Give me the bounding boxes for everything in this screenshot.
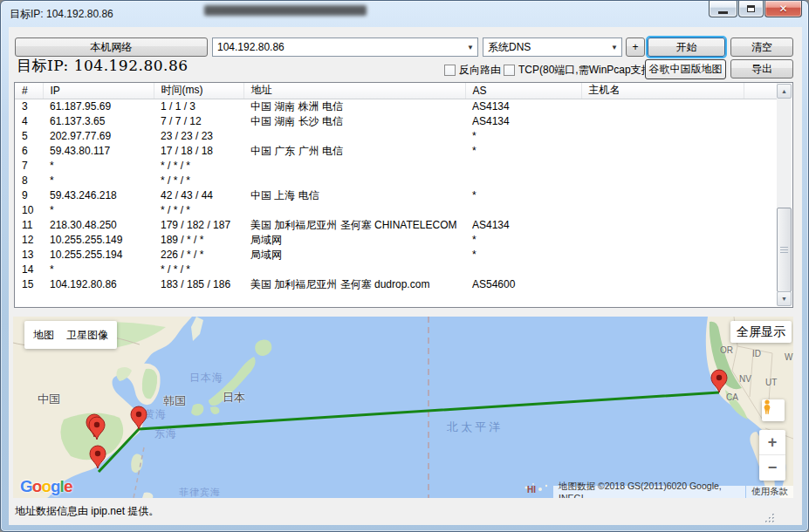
- map-type-satellite-button[interactable]: 卫星图像: [66, 328, 108, 343]
- status-text: 地址数据信息由 ipip.net 提供。: [15, 504, 159, 519]
- map-attribution: 地图数据 ©2018 GS(2011)6020 Google, INEGI: [553, 486, 745, 498]
- target-ip-combobox[interactable]: 104.192.80.86 ▼: [212, 38, 478, 57]
- col-addr[interactable]: 地址: [243, 83, 465, 99]
- target-ip-heading: 目标IP: 104.192.80.86: [17, 56, 189, 76]
- reverse-route-label: 反向路由: [459, 63, 501, 78]
- restore-button[interactable]: [738, 1, 764, 17]
- scroll-up-icon[interactable]: ▲: [777, 84, 792, 99]
- reverse-route-checkbox[interactable]: 反向路由: [444, 62, 501, 78]
- table-row[interactable]: 1210.255.255.149189 / * / *局域网*: [15, 233, 778, 248]
- table-row[interactable]: 5202.97.77.6923 / 23 / 23*: [15, 129, 778, 144]
- route-polyline: [99, 392, 719, 472]
- scroll-down-icon[interactable]: ▼: [777, 291, 792, 306]
- map-type-control: 地图 卫星图像: [24, 321, 117, 349]
- zoom-out-button[interactable]: −: [759, 455, 785, 481]
- client-area: 本机网络 104.192.80.86 ▼ 系统DNS ▼ + 开始 清空 目标I…: [9, 27, 802, 525]
- hop-table-body: 361.187.95.691 / 1 / 3中国 湖南 株洲 电信AS4134 …: [15, 99, 778, 292]
- map-route-layer: [13, 317, 793, 498]
- resize-grip-icon[interactable]: [764, 512, 776, 524]
- col-num[interactable]: #: [15, 83, 43, 99]
- checkbox-icon[interactable]: [444, 65, 456, 76]
- pegman-icon: [762, 399, 772, 415]
- status-bar: 地址数据信息由 ipip.net 提供。: [9, 498, 802, 525]
- restore-icon: [747, 5, 755, 12]
- hop-table: # IP 时间(ms) 地址 AS 主机名 361.187.95.691 / 1…: [15, 83, 778, 292]
- table-row[interactable]: 10** / * / *: [15, 203, 778, 218]
- target-ip-value: 104.192.80.86: [217, 41, 285, 53]
- minimize-button[interactable]: [709, 1, 737, 17]
- table-row[interactable]: 15104.192.80.86183 / 185 / 186美国 加利福尼亚州 …: [15, 277, 778, 292]
- scrollbar-thumb[interactable]: [777, 208, 792, 292]
- tcp-checkbox[interactable]: TCP(80端口,需WinPcap支持): [504, 62, 655, 78]
- fullscreen-button[interactable]: 全屏显示: [730, 321, 792, 343]
- col-host[interactable]: 主机名: [581, 83, 744, 99]
- col-as[interactable]: AS: [465, 83, 581, 99]
- start-button[interactable]: 开始: [648, 38, 725, 57]
- table-scrollbar[interactable]: ▲ ▼: [777, 84, 792, 306]
- title-bar[interactable]: 目标IP: 104.192.80.86 ✕: [1, 1, 808, 27]
- terms-of-use-link[interactable]: 使用条款: [746, 486, 793, 498]
- col-time[interactable]: 时间(ms): [154, 83, 243, 99]
- tcp-label: TCP(80端口,需WinPcap支持): [518, 63, 655, 78]
- table-row[interactable]: 1310.255.255.194226 / * / *局域网*: [15, 248, 778, 263]
- export-button[interactable]: 导出: [730, 59, 793, 78]
- clear-button[interactable]: 清空: [730, 38, 793, 57]
- chevron-down-icon[interactable]: ▼: [607, 44, 621, 51]
- checkbox-icon[interactable]: [504, 65, 515, 76]
- close-icon: ✕: [778, 3, 787, 14]
- thumb-grip-icon: [780, 247, 788, 254]
- redacted-title-text: [204, 5, 367, 16]
- window-title: 目标IP: 104.192.80.86: [10, 7, 113, 22]
- local-network-button[interactable]: 本机网络: [15, 38, 208, 57]
- hop-table-panel: # IP 时间(ms) 地址 AS 主机名 361.187.95.691 / 1…: [14, 82, 793, 308]
- table-row[interactable]: 8** / * / *: [15, 174, 778, 188]
- map-pin-shanghai[interactable]: [131, 406, 147, 429]
- google-logo[interactable]: Google: [20, 477, 72, 496]
- minimize-icon: [718, 11, 728, 14]
- table-row[interactable]: 14** / * / *: [15, 263, 778, 277]
- table-row[interactable]: 659.43.80.11717 / 18 / 18中国 广东 广州 电信*: [15, 144, 778, 159]
- window-controls: ✕: [708, 1, 802, 17]
- table-row[interactable]: 11218.30.48.250179 / 182 / 187美国 加利福尼亚州 …: [15, 218, 778, 233]
- zoom-in-button[interactable]: +: [759, 430, 785, 455]
- hop-table-header: # IP 时间(ms) 地址 AS 主机名: [15, 83, 778, 99]
- add-target-button[interactable]: +: [626, 38, 645, 57]
- route-map[interactable]: 中国 韩国 日本 日本海 黄海 东海 菲律宾海 北太平洋 HI OR ID WY…: [13, 317, 793, 498]
- dns-value: 系统DNS: [488, 40, 531, 55]
- map-pin-san-jose[interactable]: [711, 370, 727, 392]
- table-row[interactable]: 461.137.3.657 / 7 / 12中国 湖南 长沙 电信AS4134: [15, 114, 778, 129]
- table-row[interactable]: 361.187.95.691 / 1 / 3中国 湖南 株洲 电信AS4134: [15, 99, 778, 114]
- map-zoom-control: + −: [759, 430, 785, 481]
- pegman-button[interactable]: [762, 399, 785, 421]
- google-china-map-button[interactable]: 谷歌中国版地图: [645, 59, 726, 79]
- chevron-down-icon[interactable]: ▼: [463, 44, 477, 51]
- app-window: 目标IP: 104.192.80.86 ✕ 本机网络 104.192.80.86…: [0, 0, 809, 532]
- close-button[interactable]: ✕: [764, 1, 802, 17]
- map-pin-changsha[interactable]: [89, 417, 105, 440]
- col-ip[interactable]: IP: [43, 83, 154, 99]
- table-row[interactable]: 959.43.246.21842 / 43 / 44中国 上海 电信*: [15, 188, 778, 203]
- map-type-map-button[interactable]: 地图: [33, 328, 54, 343]
- dns-combobox[interactable]: 系统DNS ▼: [483, 38, 622, 57]
- map-pin-guangzhou[interactable]: [90, 446, 106, 468]
- map-pins: [86, 370, 727, 468]
- table-row[interactable]: 7** / * / *: [15, 159, 778, 174]
